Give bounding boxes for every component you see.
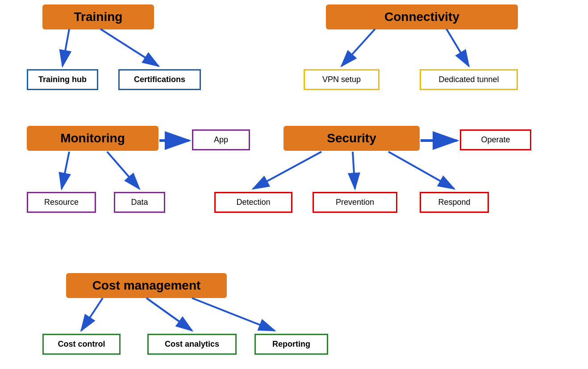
svg-line-10 <box>353 152 355 189</box>
svg-line-3 <box>100 29 158 66</box>
data-box: Data <box>114 192 165 213</box>
vpn-setup-box: VPN setup <box>304 69 379 90</box>
svg-line-11 <box>388 152 454 189</box>
arrows <box>0 0 588 369</box>
svg-line-13 <box>81 298 103 331</box>
detection-box: Detection <box>214 192 292 213</box>
reporting-box: Reporting <box>254 334 328 355</box>
svg-line-4 <box>342 29 375 66</box>
svg-line-9 <box>253 152 321 189</box>
diagram: Training Connectivity Training hub Certi… <box>0 0 588 369</box>
connectivity-box: Connectivity <box>326 4 518 29</box>
svg-line-5 <box>446 29 469 66</box>
prevention-box: Prevention <box>313 192 397 213</box>
svg-line-14 <box>146 298 192 331</box>
app-box: App <box>192 129 250 150</box>
svg-line-15 <box>192 298 275 331</box>
dedicated-tunnel-box: Dedicated tunnel <box>420 69 518 90</box>
svg-line-2 <box>63 29 69 66</box>
respond-box: Respond <box>420 192 489 213</box>
training-box: Training <box>42 4 154 29</box>
training-hub-box: Training hub <box>27 69 98 90</box>
security-box: Security <box>284 126 420 151</box>
cost-management-box: Cost management <box>66 273 227 298</box>
resource-box: Resource <box>27 192 96 213</box>
svg-line-6 <box>62 152 69 189</box>
svg-line-7 <box>107 152 139 189</box>
operate-box: Operate <box>460 129 531 150</box>
monitoring-box: Monitoring <box>27 126 158 151</box>
cost-control-box: Cost control <box>42 334 121 355</box>
certifications-box: Certifications <box>118 69 201 90</box>
cost-analytics-box: Cost analytics <box>147 334 237 355</box>
